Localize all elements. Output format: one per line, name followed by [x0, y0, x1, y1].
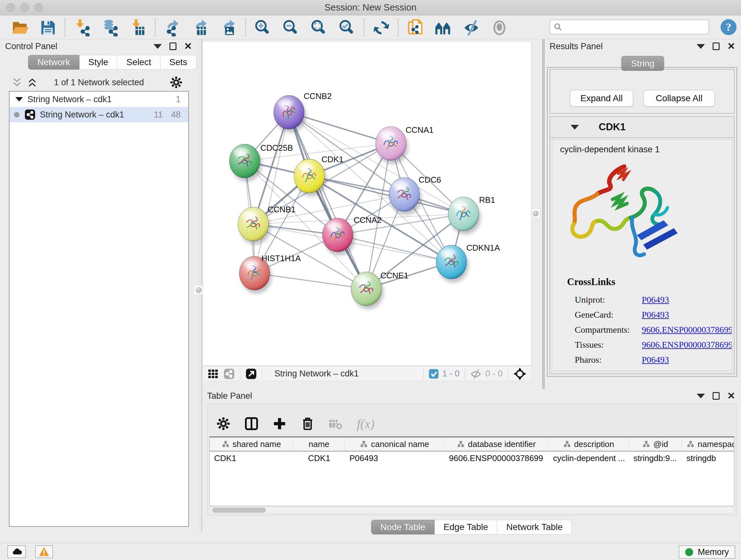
- memory-status-dot: [685, 548, 693, 556]
- zoom-out-button[interactable]: [277, 17, 305, 38]
- column-header-canonical-name[interactable]: canonical name: [345, 437, 445, 451]
- table-cell[interactable]: stringdb: [682, 453, 734, 463]
- tab-style[interactable]: Style: [79, 55, 118, 70]
- first-neighbors-icon: [434, 18, 452, 37]
- cloud-button[interactable]: [7, 545, 26, 558]
- open-session-icon: [11, 18, 29, 37]
- first-neighbors-button[interactable]: [429, 17, 457, 38]
- edge-count: 48: [171, 110, 181, 120]
- zoom-selected-button[interactable]: [333, 17, 361, 38]
- float-window-icon[interactable]: [170, 43, 177, 50]
- column-header-namespace[interactable]: namespace: [682, 437, 734, 451]
- close-icon[interactable]: ✕: [184, 43, 192, 50]
- toolbar-separator: [245, 19, 246, 36]
- export-table-button[interactable]: [186, 17, 214, 38]
- crosslink-link[interactable]: P06493: [642, 295, 669, 305]
- table-hscrollbar-thumb[interactable]: [212, 508, 266, 513]
- collapse-arrow-icon[interactable]: [697, 394, 705, 398]
- tab-sets[interactable]: Sets: [160, 55, 197, 70]
- tab-edge-table[interactable]: Edge Table: [434, 520, 497, 535]
- float-window-icon[interactable]: [713, 43, 720, 50]
- tab-network[interactable]: Network: [28, 55, 79, 70]
- column-header-name[interactable]: name: [293, 437, 345, 451]
- status-bar: Memory: [0, 543, 741, 560]
- launch-icon[interactable]: [246, 368, 257, 380]
- add-column-icon[interactable]: [273, 417, 286, 431]
- refresh-icon: [372, 18, 390, 37]
- delete-icon[interactable]: [300, 417, 315, 431]
- tree-expand-icon[interactable]: [15, 97, 23, 102]
- column-header-description[interactable]: description: [549, 437, 629, 451]
- close-icon[interactable]: ✕: [727, 43, 735, 50]
- grid-icon[interactable]: [207, 368, 219, 380]
- network-collection-row[interactable]: String Network – cdk1 1: [10, 91, 188, 107]
- collapse-all-button[interactable]: Collapse All: [643, 90, 715, 107]
- refresh-button[interactable]: [367, 17, 395, 38]
- node-result-entry: CDK1 cyclin-dependent kinase 1: [549, 116, 735, 374]
- crosslink-link[interactable]: P06493: [642, 355, 669, 365]
- minimize-window-button[interactable]: [20, 3, 29, 12]
- crosslink-link[interactable]: 9606.ENSP00000378699: [642, 340, 732, 350]
- memory-button[interactable]: Memory: [679, 545, 735, 559]
- options-gear-icon[interactable]: [170, 76, 183, 89]
- crosslink-link[interactable]: P06493: [642, 310, 669, 320]
- left-splitter[interactable]: [198, 39, 202, 532]
- tab-network-table[interactable]: Network Table: [497, 520, 572, 535]
- show-all-button[interactable]: [485, 17, 514, 38]
- import-network-from-database-button[interactable]: [96, 17, 124, 38]
- table-cell[interactable]: CDK1: [210, 453, 293, 463]
- crosslinks-rows: Uniprot:P06493GeneCard:P06493Compartment…: [567, 292, 732, 367]
- tab-select[interactable]: Select: [118, 55, 160, 70]
- tab-node-table[interactable]: Node Table: [371, 520, 434, 535]
- table-cell[interactable]: stringdb:9...: [629, 453, 682, 463]
- crosslink-link[interactable]: 9606.ENSP00000378699: [642, 325, 732, 335]
- hide-selected-button[interactable]: [457, 17, 485, 38]
- close-icon[interactable]: ✕: [727, 392, 735, 400]
- table-cell[interactable]: CDK1: [293, 453, 345, 463]
- network-graph[interactable]: CCNB2CCNA1CDC25BCDK1CDC6RB1CCNB1CCNA2CDK…: [203, 42, 531, 365]
- expand-all-button[interactable]: Expand All: [570, 90, 633, 107]
- export-image-button[interactable]: [214, 17, 243, 38]
- search-input[interactable]: [565, 22, 709, 32]
- help-button[interactable]: ?: [720, 18, 737, 36]
- hidden-eye-icon[interactable]: [470, 368, 482, 380]
- close-window-button[interactable]: [6, 3, 15, 12]
- delete-table-icon: [329, 417, 343, 431]
- column-header-id[interactable]: @id: [629, 437, 682, 451]
- table-cell[interactable]: P06493: [345, 453, 445, 463]
- selected-checkbox-icon[interactable]: [429, 369, 439, 379]
- entry-collapse-icon[interactable]: [570, 125, 579, 130]
- collapse-arrow-icon[interactable]: [153, 44, 162, 49]
- columns-icon[interactable]: [245, 417, 259, 431]
- table-cell[interactable]: 9606.ENSP00000378699: [445, 453, 549, 463]
- right-splitter[interactable]: [532, 39, 544, 389]
- network-canvas[interactable]: CCNB2CCNA1CDC25BCDK1CDC6RB1CCNB1CCNA2CDK…: [203, 41, 531, 366]
- open-session-button[interactable]: [6, 17, 34, 38]
- import-table-button[interactable]: [124, 17, 152, 38]
- network-row[interactable]: String Network – cdk1 11 48: [10, 107, 188, 122]
- table-row[interactable]: CDK1CDK1P064939606.ENSP00000378699cyclin…: [210, 451, 734, 465]
- column-header-database-identifier[interactable]: database identifier: [445, 437, 549, 451]
- zoom-fit-button[interactable]: [305, 17, 333, 38]
- crosshair-icon[interactable]: [513, 367, 527, 381]
- zoom-in-button[interactable]: [249, 17, 277, 38]
- control-panel-title: Control Panel: [5, 42, 57, 51]
- warning-button[interactable]: [35, 545, 53, 558]
- table-cell[interactable]: cyclin-dependent ...: [549, 453, 629, 463]
- search-box[interactable]: [549, 19, 709, 35]
- clone-network-button[interactable]: [401, 17, 429, 38]
- collapse-arrow-icon[interactable]: [697, 44, 705, 49]
- results-panel: Results Panel ✕ String Expand All Collap…: [544, 39, 741, 389]
- share-icon[interactable]: [223, 368, 235, 380]
- save-session-button[interactable]: [34, 17, 62, 38]
- node-table[interactable]: shared namenamecanonical namedatabase id…: [209, 436, 734, 506]
- settings-gear-icon[interactable]: [216, 417, 230, 431]
- table-hscrollbar[interactable]: [209, 507, 734, 514]
- column-header-shared-name[interactable]: shared name: [210, 437, 293, 451]
- export-network-button[interactable]: [158, 17, 186, 38]
- node-result-header[interactable]: CDK1: [550, 117, 734, 138]
- float-window-icon[interactable]: [713, 392, 720, 400]
- import-network-button[interactable]: [68, 17, 96, 38]
- tab-string[interactable]: String: [621, 56, 664, 71]
- zoom-window-button[interactable]: [35, 3, 43, 12]
